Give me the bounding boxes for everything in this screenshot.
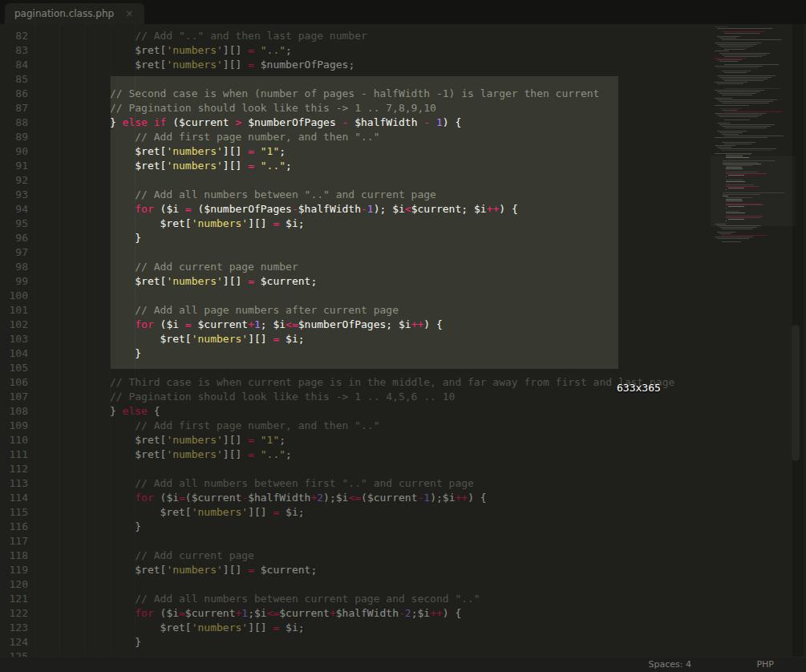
code-line[interactable]: 120	[0, 577, 806, 592]
code-text: // Add all numbers between first ".." an…	[34, 476, 474, 491]
code-line[interactable]: 111 $ret['numbers'][] = "..";	[0, 447, 806, 462]
code-line[interactable]: 109 // Add first page number, and then "…	[0, 419, 806, 433]
code-line[interactable]: 110 $ret['numbers'][] = "1";	[0, 433, 806, 447]
line-number: 90	[0, 144, 28, 159]
code-line[interactable]: 112	[0, 462, 806, 476]
line-number: 102	[0, 318, 28, 332]
line-number: 95	[0, 217, 28, 231]
line-number: 121	[0, 592, 28, 606]
line-number: 116	[0, 520, 28, 534]
line-number: 112	[0, 462, 28, 476]
line-number: 82	[0, 29, 28, 43]
line-number: 108	[0, 404, 28, 419]
code-text: $ret['numbers'][] = $i;	[34, 621, 305, 635]
line-number: 87	[0, 101, 28, 115]
code-text: // Pagination should look like this -> 1…	[34, 390, 455, 404]
line-number: 110	[0, 433, 28, 447]
code-line[interactable]: 119 $ret['numbers'][] = $current;	[0, 563, 806, 577]
line-number: 84	[0, 58, 28, 72]
code-text: $ret['numbers'][] = "..";	[34, 43, 292, 58]
code-text: }	[34, 635, 141, 650]
scrollbar-track[interactable]	[792, 24, 804, 658]
line-number: 93	[0, 188, 28, 202]
line-number: 123	[0, 621, 28, 635]
line-number: 100	[0, 289, 28, 303]
line-number: 117	[0, 534, 28, 549]
code-line[interactable]: 123 $ret['numbers'][] = $i;	[0, 621, 806, 635]
line-number: 85	[0, 72, 28, 87]
status-bar: Spaces: 4 PHP	[0, 657, 806, 672]
close-icon[interactable]: ×	[125, 8, 133, 19]
line-number: 83	[0, 43, 28, 58]
minimap-viewport[interactable]	[711, 156, 796, 226]
code-text: // Add current page	[34, 549, 254, 563]
code-line[interactable]: 84 $ret['numbers'][] = $numberOfPages;	[0, 58, 806, 72]
code-line[interactable]: 83 $ret['numbers'][] = "..";	[0, 43, 806, 58]
code-text: $ret['numbers'][] = "1";	[34, 433, 286, 447]
line-number: 111	[0, 447, 28, 462]
code-text: // Add first page number, and then ".."	[34, 419, 379, 433]
line-number: 105	[0, 361, 28, 375]
code-text: // Add all numbers between current page …	[34, 592, 480, 606]
code-line[interactable]: 116 }	[0, 520, 806, 534]
line-number: 106	[0, 375, 28, 390]
code-text: for ($i=$current+1;$i<=$current+$halfWid…	[34, 606, 461, 621]
line-number: 120	[0, 577, 28, 592]
code-line[interactable]: 121 // Add all numbers between current p…	[0, 592, 806, 606]
code-line[interactable]: 82 // Add ".." and then last page number	[0, 29, 806, 43]
line-number: 124	[0, 635, 28, 650]
code-line[interactable]: 108 } else {	[0, 404, 806, 419]
line-number: 107	[0, 390, 28, 404]
code-text: $ret['numbers'][] = $i;	[34, 505, 305, 520]
code-text: }	[34, 520, 141, 534]
code-line[interactable]: 107 // Pagination should look like this …	[0, 390, 806, 404]
code-text: $ret['numbers'][] = $current;	[34, 563, 317, 577]
tab-pagination-class-php[interactable]: pagination.class.php ×	[5, 3, 144, 24]
line-number: 86	[0, 87, 28, 101]
line-number: 103	[0, 332, 28, 346]
line-number: 92	[0, 173, 28, 188]
line-number: 91	[0, 159, 28, 173]
code-line[interactable]: 118 // Add current page	[0, 549, 806, 563]
code-line[interactable]: 113 // Add all numbers between first "..…	[0, 476, 806, 491]
selection-size-label: 633x365	[617, 382, 661, 394]
line-number: 122	[0, 606, 28, 621]
line-number: 97	[0, 245, 28, 260]
code-text: } else {	[34, 404, 160, 419]
sublime-text-window: pagination.class.php × 82 // Add ".." an…	[0, 0, 806, 672]
status-indent-setting[interactable]: Spaces: 4	[649, 658, 691, 671]
tab-label: pagination.class.php	[14, 8, 114, 19]
code-text: // Add ".." and then last page number	[34, 29, 367, 43]
code-line[interactable]: 114 for ($i=($current-$halfWidth+2);$i<=…	[0, 491, 806, 505]
line-number: 96	[0, 231, 28, 245]
line-number: 113	[0, 476, 28, 491]
tab-bar: pagination.class.php ×	[0, 0, 806, 24]
line-number: 109	[0, 419, 28, 433]
line-number: 99	[0, 274, 28, 289]
line-number: 119	[0, 563, 28, 577]
line-number: 88	[0, 115, 28, 130]
line-number: 115	[0, 505, 28, 520]
line-number: 98	[0, 260, 28, 274]
status-syntax-mode[interactable]: PHP	[756, 658, 774, 671]
line-number: 114	[0, 491, 28, 505]
code-line[interactable]: 117	[0, 534, 806, 549]
line-number: 101	[0, 303, 28, 318]
scrollbar-thumb[interactable]	[792, 325, 800, 461]
code-line[interactable]: 106 // Third case is when current page i…	[0, 375, 806, 390]
screenshot-selection[interactable]	[111, 76, 618, 369]
code-text: $ret['numbers'][] = $numberOfPages;	[34, 58, 354, 72]
line-number: 118	[0, 549, 28, 563]
code-line[interactable]: 115 $ret['numbers'][] = $i;	[0, 505, 806, 520]
code-text: for ($i=($current-$halfWidth+2);$i<=($cu…	[34, 491, 487, 505]
line-number: 104	[0, 346, 28, 361]
minimap-row	[715, 241, 792, 243]
code-text: // Third case is when current page is in…	[34, 375, 674, 390]
line-number: 94	[0, 202, 28, 217]
code-line[interactable]: 124 }	[0, 635, 806, 650]
code-text: $ret['numbers'][] = "..";	[34, 447, 292, 462]
code-line[interactable]: 122 for ($i=$current+1;$i<=$current+$hal…	[0, 606, 806, 621]
line-number: 89	[0, 130, 28, 144]
